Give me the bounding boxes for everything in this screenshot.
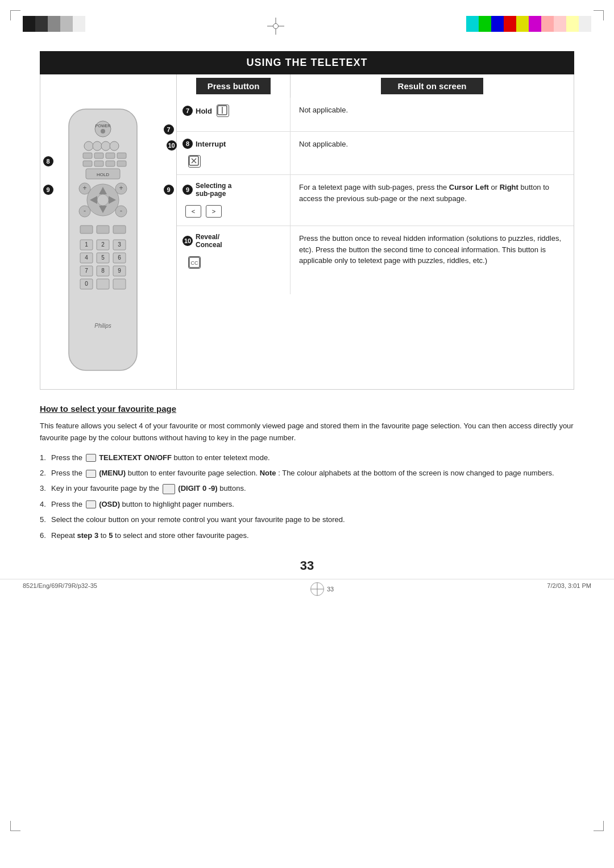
result-header: Result on screen: [381, 78, 484, 94]
arrow-btns: < >: [185, 205, 222, 218]
instr-row-8: 8 Interrupt Not applicable.: [177, 132, 574, 175]
bar-lgray: [60, 16, 73, 32]
svg-text:7: 7: [85, 268, 88, 274]
digit-icon: [163, 484, 175, 494]
bar-magenta: [529, 16, 541, 32]
telext-icon: [86, 454, 96, 462]
right-arrow-btn: >: [206, 205, 222, 218]
svg-rect-55: [97, 279, 109, 289]
step-2: 2. Press the (MENU) button to enter favo…: [40, 466, 574, 479]
svg-rect-34: [113, 226, 126, 233]
crosshair-circle: [273, 23, 279, 29]
howto-body: This feature allows you select 4 of your…: [40, 420, 574, 444]
step-6: 6. Repeat step 3 to 5 to select and stor…: [40, 529, 574, 542]
reveal-icon: CC: [188, 256, 201, 269]
top-bar-right: [466, 16, 591, 32]
left-arrow-btn: <: [185, 205, 201, 218]
step-4: 4. Press the (OSD) button to highlight p…: [40, 498, 574, 511]
corner-mark-br: [594, 821, 604, 831]
crosshair: [267, 18, 284, 35]
svg-text:1: 1: [85, 241, 88, 248]
corner-mark-tr: [594, 10, 604, 20]
result-col-7: Not applicable.: [291, 98, 574, 131]
footer-center: 33: [327, 586, 334, 592]
result-text-7: Not applicable.: [299, 106, 348, 114]
interrupt-icon: [188, 155, 201, 168]
bar-lpink: [554, 16, 566, 32]
svg-rect-15: [117, 161, 126, 166]
instructions-col: 7 Hold Not applicable. 8 Interrup: [177, 98, 574, 389]
badge-10: 10: [167, 140, 177, 151]
num-7: 7: [164, 124, 174, 135]
corner-mark-tl: [10, 10, 20, 20]
reveal-label: Reveal/Conceal: [196, 233, 222, 249]
svg-rect-33: [97, 226, 109, 233]
bar-cyan: [466, 16, 479, 32]
section-title: USING THE TELETEXT: [40, 51, 574, 74]
step-1: 1. Press the TELEXTEXT ON/OFF button to …: [40, 451, 574, 464]
bar-pink: [541, 16, 554, 32]
menu-icon: [86, 470, 96, 478]
result-col-10: Press the button once to reveal hidden i…: [291, 226, 574, 294]
svg-rect-56: [113, 279, 126, 289]
svg-rect-13: [94, 161, 103, 166]
num-9-left: 9: [43, 185, 53, 195]
svg-text:+: +: [82, 184, 86, 192]
step-3: 3. Key in your favourite page by the (DI…: [40, 482, 574, 495]
svg-text:POWER: POWER: [95, 124, 110, 128]
main-content: USING THE TELETEXT Press button Result o…: [0, 51, 614, 390]
interrupt-label: Interrupt: [196, 140, 226, 148]
howto-intro: This feature allows you select 4 of your…: [40, 422, 574, 442]
num-badge-10: 10: [182, 236, 193, 246]
svg-point-7: [110, 141, 119, 151]
subpage-label: Selecting asub-page: [196, 182, 231, 198]
footer: 8521/Eng/69R/79R/p32-35 33 7/2/03, 3:01 …: [0, 579, 614, 599]
bar-gray: [48, 16, 60, 32]
num-badge-8: 8: [182, 139, 193, 149]
svg-text:4: 4: [85, 254, 88, 261]
svg-text:Philips: Philips: [94, 323, 111, 329]
svg-rect-12: [83, 161, 92, 166]
svg-text:3: 3: [118, 241, 121, 248]
page-number: 33: [0, 558, 614, 573]
instr-row-10: 10 Reveal/Conceal CC Press the button on…: [177, 226, 574, 294]
howto-title: How to select your favourite page: [40, 404, 574, 414]
press-col-10: 10 Reveal/Conceal CC: [177, 226, 291, 294]
badge-8: 8: [43, 156, 53, 166]
num-badge-7: 7: [182, 106, 193, 116]
num-10: 10: [167, 140, 177, 151]
osd-icon: [86, 500, 96, 508]
top-bar-left: [23, 16, 85, 32]
interrupt-icon-area: [182, 155, 201, 168]
corner-mark-bl: [10, 821, 20, 831]
svg-text:2: 2: [101, 241, 105, 248]
remote-svg: POWER: [57, 106, 148, 379]
bar-green: [479, 16, 491, 32]
bar-lyellow: [566, 16, 579, 32]
bar-blue: [491, 16, 504, 32]
result-col-8: Not applicable.: [291, 132, 574, 174]
svg-point-23: [97, 194, 109, 206]
howto-section: How to select your favourite page This f…: [0, 390, 614, 550]
badge-7: 7: [164, 124, 174, 135]
svg-rect-11: [117, 153, 126, 158]
bar-yellow: [516, 16, 529, 32]
instr-label-9: 9 Selecting asub-page: [182, 182, 231, 198]
footer-right: 7/2/03, 3:01 PM: [547, 582, 591, 596]
svg-point-4: [84, 141, 93, 151]
press-button-header: Press button: [196, 78, 271, 94]
svg-text:8: 8: [101, 268, 105, 274]
num-badge-9: 9: [182, 185, 193, 195]
svg-text:6: 6: [118, 254, 121, 261]
instr-row-7: 7 Hold Not applicable.: [177, 98, 574, 132]
svg-text:CC: CC: [191, 260, 198, 266]
bar-black: [23, 16, 35, 32]
svg-text:0: 0: [85, 281, 88, 287]
svg-point-6: [101, 141, 110, 151]
result-text-8: Not applicable.: [299, 140, 348, 148]
top-bar-area: [0, 0, 614, 51]
instr-row-9: 9 Selecting asub-page < > For a teletext…: [177, 175, 574, 226]
bar-dark: [35, 16, 48, 32]
svg-text:+: +: [119, 184, 123, 192]
svg-rect-9: [94, 153, 103, 158]
